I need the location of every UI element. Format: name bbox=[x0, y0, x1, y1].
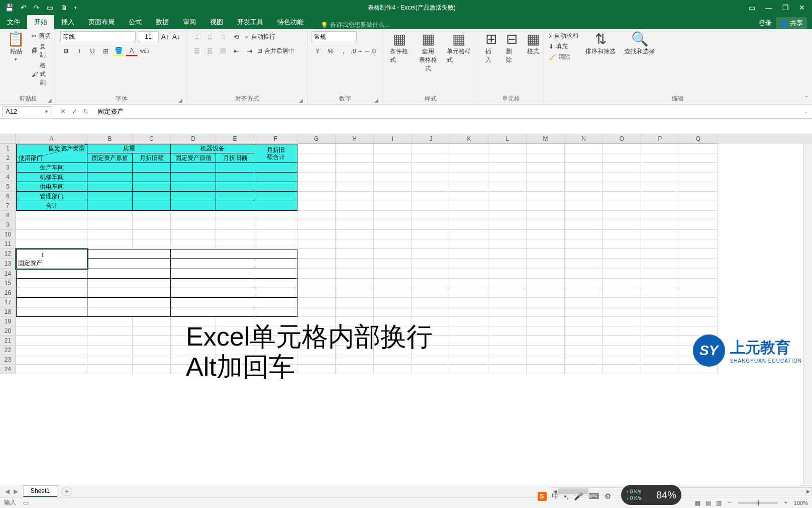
cell-K3[interactable] bbox=[450, 163, 488, 173]
row-header-4[interactable]: 4 bbox=[0, 173, 16, 182]
cell-D11[interactable] bbox=[171, 239, 216, 249]
cell-K15[interactable] bbox=[450, 279, 488, 288]
tab-file[interactable]: 文件 bbox=[0, 15, 27, 29]
cell-L17[interactable] bbox=[488, 298, 527, 307]
cell-Q16[interactable] bbox=[679, 288, 718, 298]
cell-E20[interactable] bbox=[216, 326, 254, 336]
cell-J6[interactable] bbox=[412, 192, 450, 201]
row-header-17[interactable]: 17 bbox=[0, 298, 16, 307]
cell-N1[interactable] bbox=[565, 144, 603, 153]
cell-F7[interactable] bbox=[254, 201, 297, 211]
cell-F8[interactable] bbox=[254, 211, 297, 220]
cell-Q18[interactable] bbox=[679, 307, 718, 317]
cell-I13[interactable] bbox=[374, 259, 412, 269]
col-header-H[interactable]: H bbox=[336, 134, 374, 144]
cell-L20[interactable] bbox=[488, 326, 527, 336]
cell-A15[interactable] bbox=[16, 279, 87, 288]
cell-G2[interactable] bbox=[297, 153, 336, 163]
cell-M8[interactable] bbox=[527, 211, 565, 220]
cell-J12[interactable] bbox=[412, 249, 450, 259]
cell-Q17[interactable] bbox=[679, 298, 718, 307]
cell-P9[interactable] bbox=[641, 220, 679, 230]
cell-H14[interactable] bbox=[336, 269, 374, 279]
cell-Q19[interactable] bbox=[679, 317, 718, 326]
cell-J21[interactable] bbox=[412, 336, 450, 346]
cell-B12[interactable] bbox=[87, 249, 171, 259]
phonetic-button[interactable]: wén bbox=[139, 45, 151, 56]
cell-M19[interactable] bbox=[527, 317, 565, 326]
cell-F20[interactable] bbox=[254, 326, 297, 336]
cell-A12[interactable]: 固定资产I bbox=[16, 249, 87, 269]
cell-G14[interactable] bbox=[297, 269, 336, 279]
cell-I1[interactable] bbox=[374, 144, 412, 153]
italic-button[interactable]: I bbox=[73, 45, 85, 56]
font-color-button[interactable]: A bbox=[126, 45, 138, 56]
cell-A23[interactable] bbox=[16, 355, 87, 365]
col-header-G[interactable]: G bbox=[297, 134, 336, 144]
cell-O9[interactable] bbox=[603, 220, 641, 230]
cell-K7[interactable] bbox=[450, 201, 488, 211]
cell-F4[interactable] bbox=[254, 173, 297, 182]
cell-K9[interactable] bbox=[450, 220, 488, 230]
sheet-next-icon[interactable]: ▶ bbox=[14, 488, 18, 495]
delete-cells-button[interactable]: ⊟删除 bbox=[503, 31, 521, 65]
cell-N15[interactable] bbox=[565, 279, 603, 288]
undo-icon[interactable]: ↶ bbox=[21, 4, 27, 12]
tab-review[interactable]: 审阅 bbox=[176, 15, 203, 29]
cell-L13[interactable] bbox=[488, 259, 527, 269]
cell-P14[interactable] bbox=[641, 269, 679, 279]
cell-O15[interactable] bbox=[603, 279, 641, 288]
cell-A10[interactable] bbox=[16, 230, 87, 239]
cell-O12[interactable] bbox=[603, 249, 641, 259]
cell-M17[interactable] bbox=[527, 298, 565, 307]
cell-O4[interactable] bbox=[603, 173, 641, 182]
cell-C10[interactable] bbox=[133, 230, 171, 239]
cell-Q11[interactable] bbox=[679, 239, 718, 249]
restore-icon[interactable]: ❐ bbox=[780, 4, 791, 12]
row-header-10[interactable]: 10 bbox=[0, 230, 16, 239]
cell-D13[interactable] bbox=[171, 259, 254, 269]
minimize-icon[interactable]: — bbox=[763, 4, 774, 12]
cell-Q22[interactable] bbox=[679, 346, 718, 355]
cell-A7[interactable]: 合计 bbox=[16, 201, 87, 211]
cell-N9[interactable] bbox=[565, 220, 603, 230]
cell-C6[interactable] bbox=[133, 192, 171, 201]
col-header-K[interactable]: K bbox=[450, 134, 488, 144]
cell-H7[interactable] bbox=[336, 201, 374, 211]
cell-G10[interactable] bbox=[297, 230, 336, 239]
cell-A21[interactable] bbox=[16, 336, 87, 346]
cell-P22[interactable] bbox=[641, 346, 679, 355]
cell-L24[interactable] bbox=[488, 365, 527, 374]
cell-D14[interactable] bbox=[171, 269, 254, 279]
row-header-6[interactable]: 6 bbox=[0, 192, 16, 201]
cell-B19[interactable] bbox=[87, 317, 133, 326]
fill-color-button[interactable]: 🪣 bbox=[113, 45, 125, 56]
cell-I22[interactable] bbox=[374, 346, 412, 355]
cell-J10[interactable] bbox=[412, 230, 450, 239]
align-center-icon[interactable]: ☰ bbox=[204, 45, 216, 56]
zoom-value[interactable]: 100% bbox=[794, 500, 808, 506]
cell-J7[interactable] bbox=[412, 201, 450, 211]
name-box[interactable]: A12▼ bbox=[2, 106, 52, 117]
format-table-button[interactable]: ▦套用 表格格式 bbox=[415, 31, 440, 74]
cell-C11[interactable] bbox=[133, 239, 171, 249]
login-link[interactable]: 登录 bbox=[759, 19, 772, 28]
cell-N6[interactable] bbox=[565, 192, 603, 201]
cell-B10[interactable] bbox=[87, 230, 133, 239]
cell-E2[interactable]: 月折旧额 bbox=[216, 153, 254, 163]
cell-E22[interactable] bbox=[216, 346, 254, 355]
cell-A22[interactable] bbox=[16, 346, 87, 355]
row-header-16[interactable]: 16 bbox=[0, 288, 16, 298]
cell-H23[interactable] bbox=[336, 355, 374, 365]
tell-me[interactable]: 💡告诉我您想要做什么... bbox=[321, 21, 389, 29]
cell-E7[interactable] bbox=[216, 201, 254, 211]
underline-button[interactable]: U bbox=[86, 45, 98, 56]
cell-O18[interactable] bbox=[603, 307, 641, 317]
decrease-decimal-icon[interactable]: ←.0 bbox=[364, 45, 376, 56]
cell-O3[interactable] bbox=[603, 163, 641, 173]
cell-P23[interactable] bbox=[641, 355, 679, 365]
orientation-icon[interactable]: ⟲ bbox=[230, 31, 242, 42]
increase-decimal-icon[interactable]: .0→ bbox=[351, 45, 363, 56]
cell-D20[interactable] bbox=[171, 326, 216, 336]
cell-K21[interactable] bbox=[450, 336, 488, 346]
